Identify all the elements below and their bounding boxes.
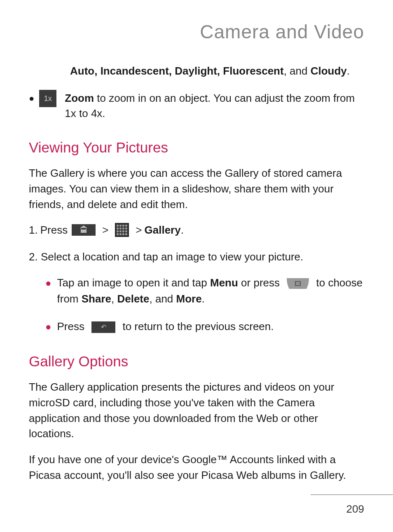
gallery-options-para2: If you have one of your device's Google™…: [29, 452, 364, 483]
white-balance-options: Auto, Incandescent, Daylight, Fluorescen…: [70, 63, 364, 78]
sub-bullet-menu: ● Tap an image to open it and tap Menu o…: [45, 275, 364, 307]
footer-line: [311, 495, 393, 495]
gallery-options-para1: The Gallery application presents the pic…: [29, 380, 364, 442]
step-1: 1. Press > > Gallery.: [29, 223, 364, 237]
menu-key-icon: [286, 277, 310, 290]
page-content: Auto, Incandescent, Daylight, Fluorescen…: [29, 63, 364, 483]
gallery-options-heading: Gallery Options: [29, 351, 364, 371]
page-title: Camera and Video: [29, 21, 364, 43]
svg-rect-1: [296, 282, 300, 283]
svg-rect-3: [296, 284, 300, 285]
svg-rect-2: [296, 283, 300, 284]
bullet-icon: ●: [45, 319, 51, 334]
zoom-description: to zoom in on an object. You can adjust …: [65, 92, 355, 119]
zoom-item: ● 1x Zoom to zoom in on an object. You c…: [29, 91, 364, 121]
bullet-icon: ●: [29, 92, 34, 105]
home-key-icon: [72, 224, 96, 236]
page-number: 209: [346, 503, 364, 516]
zoom-label: Zoom: [65, 92, 94, 104]
apps-grid-icon: [115, 223, 129, 237]
sub-bullet-back: ● Press to return to the previous screen…: [45, 319, 364, 335]
step-2: 2. Select a location and tap an image to…: [29, 249, 364, 265]
zoom-1x-icon: 1x: [39, 90, 56, 107]
gallery-description: The Gallery is where you can access the …: [29, 166, 364, 212]
viewing-pictures-heading: Viewing Your Pictures: [29, 137, 364, 157]
bullet-icon: ●: [45, 276, 51, 291]
back-key-icon: [91, 321, 115, 333]
